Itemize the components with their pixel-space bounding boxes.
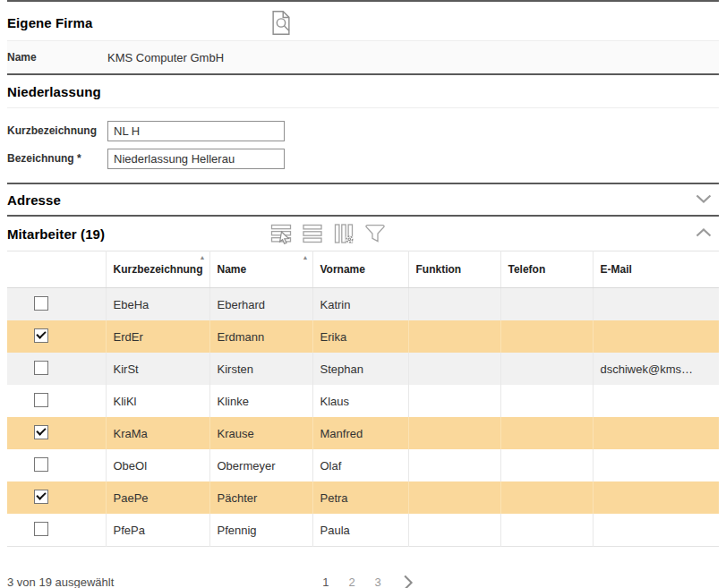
table-row[interactable]: KirStKirstenStephandschiwek@kms… [7, 353, 719, 385]
employees-table: Kurzbezeichnung▲Name▲VornameFunktionTele… [7, 251, 719, 547]
eigene-firma-title: Eigene Firma [7, 15, 92, 30]
select-rows-button[interactable] [269, 221, 294, 246]
column-header-funktion[interactable]: Funktion [408, 251, 500, 288]
cell-telefon [500, 449, 593, 481]
page-numbers: 123 [312, 572, 391, 588]
cell-kurzbezeichnung: EbeHa [106, 288, 209, 321]
select-cell [7, 481, 106, 514]
column-header-name[interactable]: Name▲ [209, 251, 312, 288]
cell-name: Pfennig [209, 514, 312, 547]
cell-email [593, 481, 719, 514]
kurzbezeichnung-input[interactable] [107, 121, 285, 141]
next-page-button[interactable] [404, 575, 414, 588]
cell-email: dschiwek@kms… [593, 353, 719, 385]
column-header-e-mail[interactable]: E-Mail [593, 251, 719, 288]
table-row[interactable]: PaePePächterPetra [7, 481, 719, 514]
column-header-vorname[interactable]: Vorname [312, 251, 408, 288]
cell-vorname: Manfred [312, 417, 408, 449]
select-cell [7, 353, 106, 385]
column-settings-button[interactable] [331, 221, 356, 246]
table-row[interactable]: ErdErErdmannErika [7, 320, 719, 353]
cell-kurzbezeichnung: ErdEr [106, 320, 209, 353]
column-header-label: Kurzbezeichnung [114, 263, 203, 276]
row-checkbox[interactable] [34, 328, 48, 343]
bezeichnung-row: Bezeichnung * [7, 147, 719, 170]
chevron-right-icon [404, 575, 414, 588]
cell-telefon [500, 353, 593, 385]
page-2-button[interactable]: 2 [338, 572, 364, 588]
page-3-button[interactable]: 3 [365, 572, 391, 588]
adresse-title: Adresse [7, 192, 61, 208]
filter-icon [363, 222, 387, 245]
cell-kurzbezeichnung: PfePa [106, 514, 209, 547]
row-checkbox[interactable] [34, 457, 48, 472]
cell-funktion [408, 288, 500, 321]
column-settings-icon [332, 222, 355, 245]
select-cell [7, 514, 106, 547]
row-checkbox[interactable] [34, 522, 48, 536]
adresse-expand-button[interactable] [696, 194, 713, 205]
row-checkbox[interactable] [34, 490, 48, 504]
cell-funktion [408, 417, 500, 449]
cell-vorname: Paula [312, 514, 408, 547]
column-header-telefon[interactable]: Telefon [500, 251, 593, 288]
cell-name: Eberhard [209, 288, 312, 321]
cell-telefon [500, 417, 593, 449]
cell-kurzbezeichnung: PaePe [106, 481, 209, 514]
row-settings-button[interactable] [300, 221, 325, 246]
table-row[interactable]: KraMaKrauseManfred [7, 417, 719, 449]
row-checkbox[interactable] [34, 393, 48, 407]
cell-telefon [500, 481, 593, 514]
cell-name: Krause [209, 417, 312, 449]
column-header-label: E-Mail [601, 263, 632, 276]
cell-telefon [500, 320, 593, 353]
cell-vorname: Katrin [312, 288, 408, 321]
bezeichnung-label: Bezeichnung * [7, 152, 107, 165]
row-checkbox[interactable] [34, 296, 48, 311]
sort-ascending-icon: ▲ [200, 254, 206, 260]
preview-document-button[interactable] [269, 9, 295, 38]
niederlassung-title: Niederlassung [7, 84, 101, 99]
cell-name: Kirsten [209, 353, 312, 385]
cell-vorname: Klaus [312, 385, 408, 417]
cell-vorname: Petra [312, 481, 408, 514]
bezeichnung-input[interactable] [107, 149, 285, 169]
row-checkbox[interactable] [34, 425, 48, 439]
select-column-header [7, 251, 106, 288]
column-header-label: Vorname [320, 263, 365, 276]
table-row[interactable]: PfePaPfennigPaula [7, 514, 719, 547]
select-cell [7, 320, 106, 353]
table-row[interactable]: KliKlKlinkeKlaus [7, 385, 719, 417]
cell-funktion [408, 449, 500, 481]
table-rows-icon [301, 222, 324, 245]
cell-vorname: Erika [312, 320, 408, 353]
page-1-button[interactable]: 1 [312, 572, 338, 588]
sort-ascending-icon: ▲ [303, 254, 309, 260]
niederlassung-header: Niederlassung [7, 75, 719, 108]
select-rows-icon [269, 222, 293, 245]
cell-funktion [408, 481, 500, 514]
cell-email [593, 417, 719, 449]
cell-email [593, 514, 719, 547]
table-row[interactable]: EbeHaEberhardKatrin [7, 288, 719, 321]
cell-email [593, 320, 719, 353]
kurzbezeichnung-label: Kurzbezeichnung [7, 124, 107, 137]
cell-telefon [500, 288, 593, 321]
cell-email [593, 288, 719, 321]
table-header-row: Kurzbezeichnung▲Name▲VornameFunktionTele… [7, 251, 719, 288]
mitarbeiter-collapse-button[interactable] [696, 228, 713, 239]
column-header-kurzbezeichnung[interactable]: Kurzbezeichnung▲ [106, 251, 209, 288]
niederlassung-form: Kurzbezeichnung Bezeichnung * [7, 108, 719, 183]
row-checkbox[interactable] [34, 361, 48, 375]
cell-telefon [500, 385, 593, 417]
document-search-icon [269, 9, 294, 37]
table-row[interactable]: ObeOlObermeyerOlaf [7, 449, 719, 481]
column-header-label: Name [218, 263, 247, 276]
cell-telefon [500, 514, 593, 547]
mitarbeiter-title: Mitarbeiter (19) [7, 226, 105, 242]
cell-email [593, 449, 719, 481]
cell-kurzbezeichnung: KliKl [106, 385, 209, 417]
chevron-down-icon [696, 194, 712, 204]
adresse-header: Adresse [7, 184, 719, 215]
filter-button[interactable] [363, 221, 388, 246]
